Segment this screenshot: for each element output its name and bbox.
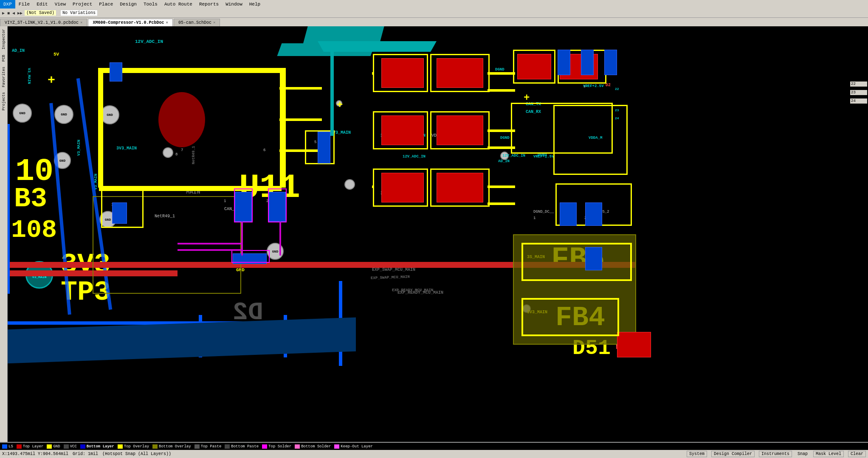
net-dgnd-dc: DGND_DC__: [533, 210, 554, 214]
edge-24: 24: [850, 98, 867, 104]
layer-legend: LS Top Layer GND VCC Bottom Layer Top Ov…: [0, 443, 868, 450]
gnd-circle-1: GND: [13, 104, 32, 123]
menu-bar: DXP File Edit View Project Place Design …: [0, 0, 868, 8]
net-vref: VREF+2.5V: [583, 84, 604, 88]
net-ad-in-top: AD_IN: [12, 48, 25, 53]
net-dgnd-3: DGND: [495, 67, 504, 72]
net-12v-adc-2: 12V_ADC_IN: [403, 155, 426, 159]
legend-gnd[interactable]: GND: [47, 444, 60, 449]
menu-autoroute[interactable]: Auto Route: [161, 0, 196, 8]
menu-file[interactable]: File: [15, 0, 33, 8]
legend-bottom-solder[interactable]: Bottom Solder: [295, 444, 331, 449]
net-exp-swap: EXP_SWAP_MCU_MAIN: [372, 267, 415, 272]
inspector-tab[interactable]: Inspector: [1, 26, 7, 52]
snap-toggle[interactable]: Snap: [796, 452, 809, 456]
legend-top-paste[interactable]: Top Paste: [194, 444, 222, 449]
variation-selector[interactable]: No Variations: [60, 10, 98, 16]
system-btn[interactable]: System: [687, 451, 707, 457]
toolbar-icons: ▶ ■ ◀ ▶▶: [2, 11, 23, 16]
snap-info: (Hotspot Snap (All Layers)): [102, 452, 171, 456]
legend-top-overlay[interactable]: Top Overlay: [118, 444, 149, 449]
label-b3: B3: [14, 185, 47, 213]
legend-vcc[interactable]: VCC: [64, 444, 77, 449]
tab-viyz[interactable]: VIYZ_ST-LINK_V2.1_V1.0.pcbdoc ×: [0, 19, 87, 26]
legend-bottom-overlay[interactable]: Bottom Overlay: [152, 444, 191, 449]
net-12v-adc-3: 12V_ADC_IN: [502, 154, 525, 158]
tab-xm600[interactable]: XM600-Compressor-V1.0.PcbDoc ×: [88, 19, 172, 26]
pin-1d: 1: [533, 216, 535, 220]
design-compiler-btn[interactable]: Design Compiler: [711, 451, 755, 457]
grid: Grid: 1mil: [73, 452, 98, 456]
label-108: 108: [11, 217, 57, 243]
menu-place[interactable]: Place: [96, 0, 116, 8]
net-dgnd-2: DGND: [500, 136, 510, 140]
pcb-tab[interactable]: PCB: [1, 52, 7, 64]
tab-bar: VIYZ_ST-LINK_V2.1_V1.0.pcbdoc × XM600-Co…: [0, 18, 868, 26]
mask-level-btn[interactable]: Mask Level: [813, 451, 844, 457]
menu-edit[interactable]: Edit: [33, 0, 51, 8]
plus-3: +: [524, 92, 530, 104]
left-panel: Inspector PCB Favorites Projects: [0, 26, 8, 442]
plus-1: +: [48, 73, 55, 87]
coordinates: X:1493.475mil Y:904.564mil: [2, 452, 68, 456]
exp-ready-label: EXP_READY_MCU_MAIN: [392, 288, 433, 292]
menu-view[interactable]: View: [51, 0, 69, 8]
label-10: 10: [15, 156, 54, 188]
legend-ls[interactable]: LS: [2, 444, 13, 449]
favorites-tab[interactable]: Favorites: [1, 64, 7, 90]
v3-main-vert: V3_MAIN: [77, 140, 81, 156]
net-vref-2: VREF+2.5V: [533, 155, 554, 159]
pcb-canvas[interactable]: GND GND GND GND GND GND 1V3_MAIN 10 B3 1…: [8, 26, 868, 442]
edge-22: 22: [850, 81, 867, 87]
menu-window[interactable]: Window: [222, 0, 246, 8]
toolbar: ▶ ■ ◀ ▶▶ (Not Saved) No Variations: [0, 8, 868, 18]
coordinates-bar: X:1493.475mil Y:904.564mil Grid: 1mil (H…: [0, 450, 868, 458]
legend-top-solder[interactable]: Top Solder: [262, 444, 291, 449]
legend-bottom-paste[interactable]: Bottom Paste: [225, 444, 259, 449]
menu-reports[interactable]: Reports: [196, 0, 222, 8]
exp-swap-label: EXP_SWAP_MCU_MAIN: [371, 275, 410, 280]
instruments-btn[interactable]: Instruments: [759, 451, 792, 457]
tab-can[interactable]: 05-can.SchDoc ×: [174, 19, 220, 26]
plus-2: +: [337, 99, 343, 111]
edge-23: 23: [850, 90, 867, 95]
v3-main-left: V3_MAIN: [27, 68, 31, 84]
menu-dxp[interactable]: DXP: [0, 0, 15, 8]
net-5v: 5V: [54, 52, 59, 57]
net-12v-adc-in: 12V_ADC_IN: [135, 39, 163, 44]
menu-design[interactable]: Design: [116, 0, 140, 8]
projects-tab[interactable]: Projects: [1, 90, 7, 113]
via-2: [344, 179, 355, 190]
gnd-circle-2: GND: [54, 105, 73, 124]
legend-top-layer[interactable]: Top Layer: [17, 444, 44, 449]
pin-3: 3: [583, 84, 586, 88]
legend-bottom-layer[interactable]: Bottom Layer: [80, 444, 114, 449]
pin-22: 22: [615, 87, 619, 91]
menu-tools[interactable]: Tools: [140, 0, 161, 8]
net-ad-in: AD_IN: [498, 159, 510, 163]
legend-keepout[interactable]: Keep-Out Layer: [334, 444, 373, 449]
menu-help[interactable]: Help: [246, 0, 264, 8]
menu-project[interactable]: Project: [69, 0, 96, 8]
save-status: (Not Saved): [24, 10, 56, 16]
status-bar: LS Top Layer GND VCC Bottom Layer Top Ov…: [0, 442, 868, 458]
clear-btn[interactable]: Clear: [848, 451, 866, 457]
